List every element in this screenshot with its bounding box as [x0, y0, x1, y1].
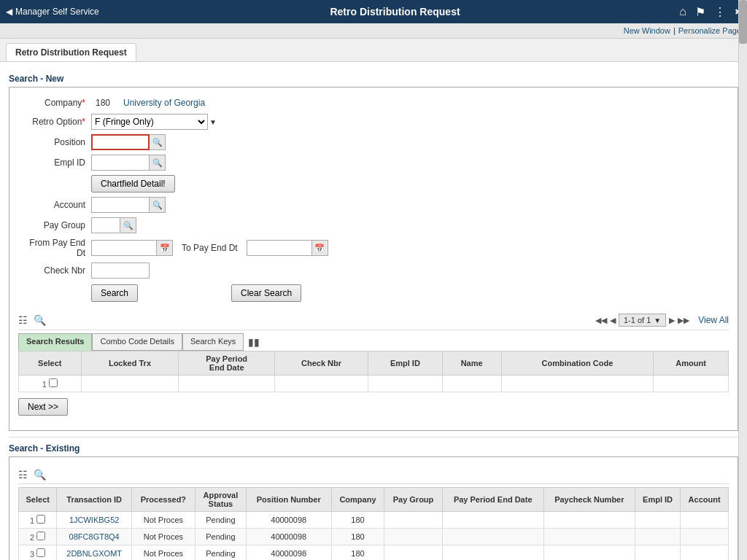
- position-input[interactable]: [91, 134, 150, 150]
- tab-expand-icon[interactable]: ▮▮: [244, 333, 264, 351]
- next-page-button[interactable]: ▶: [669, 316, 675, 325]
- emplid-row: Empl ID 🔍: [18, 155, 729, 171]
- name-cell: [442, 376, 501, 392]
- next-button[interactable]: Next >>: [18, 398, 68, 416]
- to-date-calendar-button[interactable]: 📅: [312, 240, 328, 256]
- search-button[interactable]: Search: [91, 284, 138, 302]
- date-row: From Pay End Dt 📅 To Pay End Dt 📅: [18, 238, 729, 258]
- transaction-id-link[interactable]: 08FC8GT8Q4: [69, 532, 120, 541]
- col-locked-trx: Locked Trx: [81, 351, 179, 376]
- new-window-link[interactable]: New Window: [624, 26, 670, 35]
- first-page-button[interactable]: ◀◀: [595, 316, 607, 325]
- existing-approval-status-cell: Pending: [195, 512, 246, 529]
- existing-account-cell: [681, 529, 729, 545]
- position-search-button[interactable]: 🔍: [150, 134, 166, 150]
- to-date-group: 📅: [247, 240, 328, 256]
- existing-row-checkbox[interactable]: [36, 532, 45, 540]
- view-all-link[interactable]: View All: [698, 315, 729, 325]
- chartfield-detail-button[interactable]: Chartfield Detail!: [91, 175, 175, 192]
- company-value: 180: [91, 96, 115, 109]
- flag-icon[interactable]: ⚑: [695, 5, 705, 19]
- existing-empl-id-cell: [635, 529, 680, 545]
- existing-row-num-select: 3: [19, 545, 57, 561]
- existing-account-cell: [681, 512, 729, 529]
- paygroup-input[interactable]: [91, 217, 120, 233]
- page-dropdown-icon[interactable]: ▼: [654, 316, 661, 324]
- retro-option-label: Retro Option*: [18, 117, 91, 127]
- home-icon[interactable]: ⌂: [679, 5, 686, 18]
- emplid-label: Empl ID: [18, 158, 91, 168]
- existing-empl-id-cell: [635, 545, 680, 561]
- col-check-nbr: Check Nbr: [274, 351, 368, 376]
- emplid-input[interactable]: [91, 155, 150, 171]
- row-select-checkbox[interactable]: [49, 378, 58, 387]
- check-nbr-cell: [274, 376, 368, 392]
- retro-option-select[interactable]: F (Fringe Only) A (All) S (Salary Only): [91, 114, 208, 130]
- existing-pay-group-cell: [384, 529, 442, 545]
- from-date-calendar-button[interactable]: 📅: [157, 240, 173, 256]
- tab-search-keys[interactable]: Search Keys: [182, 333, 244, 351]
- retro-option-dropdown-icon: ▼: [209, 118, 217, 126]
- check-nbr-row: Check Nbr: [18, 262, 729, 279]
- scrollbar[interactable]: [738, 0, 747, 560]
- existing-pay-period-end-date-cell: [442, 529, 543, 545]
- nav-separator: |: [673, 26, 676, 35]
- last-page-button[interactable]: ▶▶: [678, 316, 689, 325]
- top-nav-bar: ◀ Manager Self Service Retro Distributio…: [0, 0, 747, 23]
- existing-col-pay-group: Pay Group: [384, 488, 442, 512]
- existing-header-row: Select Transaction ID Processed? Approva…: [19, 488, 729, 512]
- transaction-id-link[interactable]: 2DBNLGXOMT: [66, 549, 122, 558]
- existing-col-approval-status: ApprovalStatus: [195, 488, 246, 512]
- tab-bar: Retro Distribution Request: [0, 39, 747, 61]
- check-nbr-input[interactable]: [91, 262, 150, 279]
- retro-distribution-tab[interactable]: Retro Distribution Request: [6, 43, 136, 61]
- existing-company-cell: 180: [331, 545, 384, 561]
- existing-transaction-id-cell: 1JCWIKBG52: [57, 512, 131, 529]
- existing-col-processed: Processed?: [131, 488, 195, 512]
- sub-nav-bar: New Window | Personalize Page: [0, 23, 747, 39]
- prev-page-button[interactable]: ◀: [610, 316, 616, 325]
- to-date-input[interactable]: [247, 240, 312, 256]
- existing-search-icon[interactable]: 🔍: [34, 469, 46, 481]
- search-new-form: Company* 180 University of Georgia Retro…: [9, 87, 738, 431]
- scrollbar-thumb[interactable]: [739, 0, 747, 44]
- account-row: Account 🔍: [18, 197, 729, 213]
- transaction-id-link[interactable]: 1JCWIKBG52: [69, 516, 119, 524]
- col-amount: Amount: [654, 351, 729, 376]
- paygroup-search-button[interactable]: 🔍: [120, 217, 136, 233]
- existing-position-number-cell: 40000098: [246, 529, 331, 545]
- account-input[interactable]: [91, 197, 150, 213]
- col-combination-code: Combination Code: [501, 351, 654, 376]
- personalize-page-link[interactable]: Personalize Page: [678, 26, 741, 35]
- existing-col-pay-period-end-date: Pay Period End Date: [442, 488, 543, 512]
- existing-row-checkbox[interactable]: [36, 515, 45, 524]
- results-toolbar: ☷ 🔍 ◀◀ ◀ 1-1 of 1 ▼ ▶ ▶▶ View All: [18, 311, 729, 330]
- existing-grid-icon[interactable]: ☷: [18, 469, 28, 481]
- to-label: To Pay End Dt: [182, 243, 238, 253]
- existing-company-cell: 180: [331, 512, 384, 529]
- grid-icon[interactable]: ☷: [18, 314, 28, 326]
- existing-col-company: Company: [331, 488, 384, 512]
- existing-row-checkbox[interactable]: [36, 548, 45, 557]
- existing-col-account: Account: [681, 488, 729, 512]
- results-search-icon[interactable]: 🔍: [34, 314, 46, 326]
- clear-search-button[interactable]: Clear Search: [231, 284, 301, 302]
- existing-col-select: Select: [19, 488, 57, 512]
- col-select: Select: [19, 351, 82, 376]
- more-icon[interactable]: ⋮: [714, 5, 726, 19]
- account-label: Account: [18, 200, 91, 210]
- position-label: Position: [18, 137, 91, 147]
- emplid-search-button[interactable]: 🔍: [150, 155, 166, 171]
- back-label: Manager Self Service: [15, 7, 99, 17]
- existing-pay-group-cell: [384, 512, 442, 529]
- company-required: *: [82, 98, 85, 108]
- existing-col-paycheck-number: Paycheck Number: [543, 488, 635, 512]
- existing-pay-period-end-date-cell: [442, 512, 543, 529]
- account-search-button[interactable]: 🔍: [150, 197, 166, 213]
- existing-approval-status-cell: Pending: [195, 545, 246, 561]
- amount-cell: [654, 376, 729, 392]
- from-date-input[interactable]: [91, 240, 157, 256]
- back-button[interactable]: ◀ Manager Self Service: [6, 7, 99, 17]
- tab-combo-code-details[interactable]: Combo Code Details: [92, 333, 182, 351]
- tab-search-results[interactable]: Search Results: [18, 333, 92, 351]
